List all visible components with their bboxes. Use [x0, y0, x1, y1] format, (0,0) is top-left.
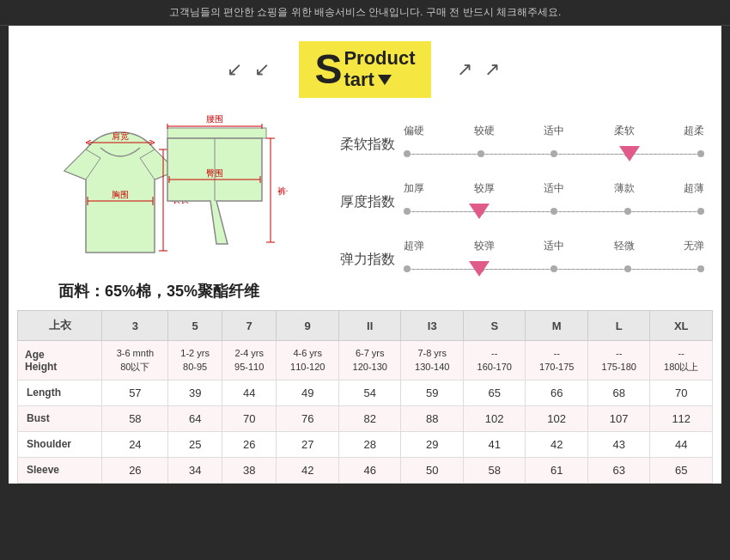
- garment-diagram: 肩宽 胸围 衣长: [30, 115, 288, 274]
- size-table-body: Age Height 3-6 mnth80以下 1-2 yrs80-95 2-4…: [18, 341, 713, 484]
- cell-age-9: 4-6 yrs110-120: [277, 341, 339, 380]
- header-t2: 适中: [544, 181, 564, 196]
- table-row-length: Length 57 39 44 49 54 59 65 66 68 70: [18, 380, 713, 405]
- row-label-length: Length: [18, 380, 102, 405]
- cell-age-3: 3-6 mnth80以下: [102, 341, 168, 380]
- cell-sh-m: 42: [526, 431, 588, 457]
- dot-e0: [404, 265, 411, 272]
- header-t0: 加厚: [404, 181, 424, 196]
- row-label-age: Age Height: [18, 341, 102, 380]
- cell-bust-9: 76: [277, 405, 339, 431]
- table-row-age-height: Age Height 3-6 mnth80以下 1-2 yrs80-95 2-4…: [18, 341, 713, 380]
- scale-track-elasticity: [404, 257, 704, 281]
- cell-sh-9: 27: [277, 431, 339, 457]
- scale-marker-softness: [619, 146, 640, 161]
- cell-len-3: 57: [102, 380, 168, 405]
- scale-marker-thickness: [469, 204, 490, 219]
- cell-sl-ii: 46: [338, 457, 401, 483]
- product-start-badge: S Product tart: [299, 41, 430, 98]
- cell-age-7: 2-4 yrs95-110: [222, 341, 277, 380]
- cell-sh-ii: 28: [338, 431, 401, 457]
- cell-bust-ii: 82: [338, 405, 401, 431]
- header-t3: 薄款: [614, 181, 635, 196]
- cell-len-s: 65: [463, 380, 526, 405]
- cell-len-7: 44: [222, 380, 277, 405]
- garment-svg: 肩宽 胸围 衣长: [30, 115, 288, 274]
- svg-text:腰围: 腰围: [206, 115, 223, 124]
- arrows-right: ↗ ↗: [457, 58, 503, 81]
- row-label-sleeve: Sleeve: [18, 457, 102, 483]
- rating-scale-softness: 偏硬 较硬 适中 柔软 超柔: [404, 124, 704, 166]
- big-s-letter: S: [314, 49, 342, 90]
- cell-sh-5: 25: [168, 431, 222, 457]
- rating-row-softness: 柔软指数 偏硬 较硬 适中 柔软 超柔: [318, 124, 704, 166]
- header-s0: 偏硬: [404, 124, 424, 138]
- scale-dots-softness: [404, 150, 704, 157]
- cell-sh-3: 24: [102, 431, 168, 457]
- cell-bust-m: 102: [526, 405, 588, 431]
- size-table-header: 上衣 3 5 7 9 II I3 S M L XL: [18, 311, 713, 341]
- dot-e2: [551, 265, 557, 272]
- dot-e4: [697, 265, 704, 272]
- row-label-shoulder: Shoulder: [18, 431, 102, 457]
- cell-len-xl: 70: [650, 380, 713, 405]
- main-container: ↙ ↙ S Product tart ↗ ↗: [9, 26, 721, 484]
- cell-age-l: --175-180: [587, 341, 650, 380]
- svg-text:肩宽: 肩宽: [112, 131, 129, 141]
- rating-scale-elasticity: 超弹 较弹 适中 轻微 无弹: [404, 239, 704, 281]
- header-s4: 超柔: [684, 124, 704, 138]
- header-s3: 柔软: [614, 124, 635, 138]
- cell-bust-s: 102: [463, 405, 526, 431]
- cell-len-l: 68: [587, 380, 650, 405]
- size-table: 上衣 3 5 7 9 II I3 S M L XL Age: [17, 310, 713, 484]
- cell-sl-s: 58: [463, 457, 526, 483]
- dot-t2: [551, 208, 557, 215]
- cell-len-ii: 54: [338, 380, 401, 405]
- scale-headers-softness: 偏硬 较硬 适中 柔软 超柔: [404, 124, 704, 138]
- cell-sl-7: 38: [222, 457, 277, 483]
- dot-s1: [478, 150, 484, 157]
- cell-age-s: --160-170: [463, 341, 526, 380]
- header-e3: 轻微: [614, 239, 635, 253]
- cell-age-m: --170-175: [526, 341, 588, 380]
- cell-len-i3: 59: [401, 380, 464, 405]
- header-size-s: S: [463, 311, 526, 341]
- header-size-i3: I3: [401, 311, 464, 341]
- cell-sl-9: 42: [277, 457, 339, 483]
- banner-text: 고객님들의 편안한 쇼핑을 위한 배송서비스 안내입니다. 구매 전 반드시 체…: [169, 6, 562, 18]
- header-size-ii: II: [338, 311, 401, 341]
- svg-text:胸围: 胸围: [112, 190, 129, 199]
- cell-bust-3: 58: [102, 405, 168, 431]
- cell-sl-xl: 65: [650, 457, 713, 483]
- scale-headers-elasticity: 超弹 较弹 适中 轻微 无弹: [404, 239, 704, 253]
- dot-e3: [624, 265, 631, 272]
- cell-sl-l: 63: [587, 457, 650, 483]
- cell-sh-7: 26: [222, 431, 277, 457]
- cell-age-xl: --180以上: [650, 341, 713, 380]
- header-t1: 较厚: [474, 181, 495, 196]
- cell-sl-5: 34: [168, 457, 222, 483]
- cell-len-m: 66: [526, 380, 588, 405]
- row-label-bust: Bust: [18, 405, 102, 431]
- header-size-5: 5: [168, 311, 222, 341]
- product-top-word: Product: [344, 48, 415, 69]
- header-size-xl: XL: [650, 311, 713, 341]
- cell-sh-l: 43: [587, 431, 650, 457]
- material-text: 面料：65%棉，35%聚酯纤维: [58, 281, 259, 301]
- dot-t4: [697, 208, 704, 215]
- scale-dots-thickness: [404, 208, 704, 215]
- cell-len-9: 49: [277, 380, 339, 405]
- size-table-wrapper: 上衣 3 5 7 9 II I3 S M L XL Age: [17, 310, 713, 484]
- scale-marker-elasticity: [469, 261, 490, 277]
- header-e2: 适中: [544, 239, 564, 253]
- cell-sl-3: 26: [102, 457, 168, 483]
- svg-text:裤长: 裤长: [277, 186, 288, 196]
- rating-scale-thickness: 加厚 较厚 适中 薄款 超薄: [404, 181, 704, 223]
- dot-s4: [697, 150, 704, 157]
- rating-label-softness: 柔软指数: [318, 136, 395, 154]
- header-s2: 适中: [544, 124, 564, 138]
- rating-label-thickness: 厚度指数: [318, 193, 395, 211]
- cell-bust-i3: 88: [401, 405, 464, 431]
- rating-label-elasticity: 弹力指数: [318, 251, 395, 269]
- header-s1: 较硬: [474, 124, 495, 138]
